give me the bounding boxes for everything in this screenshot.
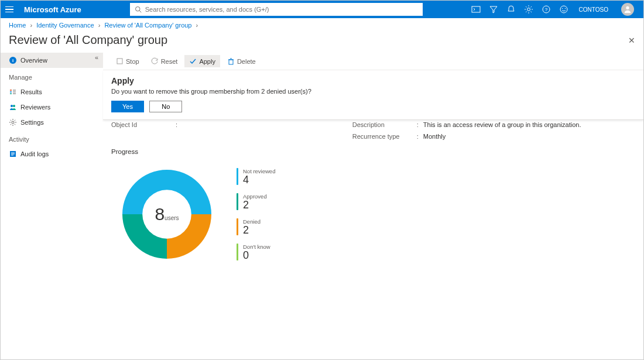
legend-value: 2: [243, 200, 267, 210]
reset-button[interactable]: Reset: [146, 55, 183, 67]
sidebar-item-reviewers[interactable]: Reviewers: [1, 100, 103, 115]
cloud-shell-icon[interactable]: [471, 5, 481, 14]
search-input[interactable]: [145, 6, 418, 13]
chevron-right-icon: ›: [98, 22, 101, 29]
chevron-right-icon: ›: [30, 22, 32, 29]
recurrence-label: Recurrence type: [352, 133, 417, 140]
user-avatar[interactable]: [621, 3, 634, 16]
sidebar-item-overview[interactable]: i Overview: [1, 53, 103, 68]
sidebar-item-results[interactable]: Results: [1, 84, 103, 100]
breadcrumb-identity-governance[interactable]: Identity Governance: [36, 22, 94, 29]
svg-text:?: ?: [544, 7, 547, 12]
donut-total-label: users: [165, 215, 179, 221]
feedback-icon[interactable]: [559, 5, 568, 14]
legend-item-dont-know: Don't know0: [237, 244, 275, 260]
legend-color-swatch: [237, 193, 238, 210]
delete-button[interactable]: Delete: [222, 55, 261, 67]
gear-icon: [9, 118, 17, 126]
legend-item-not-reviewed: Not reviewed4: [237, 168, 275, 185]
stop-icon: [116, 57, 124, 65]
sidebar-header-manage: Manage: [1, 68, 103, 84]
description-value: This is an access review of a group in t…: [423, 121, 581, 128]
svg-point-6: [560, 6, 567, 13]
hamburger-menu-icon[interactable]: [5, 4, 17, 15]
svg-rect-26: [229, 60, 233, 64]
object-id-label: Object Id: [111, 121, 176, 128]
stop-label: Stop: [126, 58, 139, 65]
breadcrumb-review[interactable]: Review of 'All Company' group: [104, 22, 191, 29]
svg-point-20: [12, 121, 14, 124]
svg-point-0: [135, 7, 140, 12]
info-icon: i: [9, 56, 17, 64]
svg-rect-25: [117, 59, 122, 64]
confirm-title: Apply: [111, 76, 635, 85]
sidebar-results-label: Results: [20, 88, 42, 95]
audit-logs-icon: [9, 150, 17, 158]
svg-point-19: [13, 105, 15, 107]
confirm-yes-button[interactable]: Yes: [111, 101, 144, 112]
content-pane: Stop Reset Apply Delete Apply Do you wan…: [103, 53, 643, 360]
sidebar: « i Overview Manage Results Reviewers Se…: [1, 53, 103, 360]
legend-color-swatch: [237, 168, 238, 185]
sidebar-item-settings[interactable]: Settings: [1, 115, 103, 130]
apply-button[interactable]: Apply: [184, 55, 220, 67]
delete-icon: [227, 57, 235, 65]
progress-title: Progress: [111, 148, 635, 155]
svg-point-3: [527, 8, 530, 11]
reset-label: Reset: [161, 58, 178, 65]
breadcrumb: Home › Identity Governance › Review of '…: [1, 18, 643, 32]
legend-color-swatch: [237, 244, 238, 260]
search-icon: [135, 6, 142, 13]
close-icon[interactable]: ✕: [628, 36, 635, 45]
sidebar-audit-logs-label: Audit logs: [20, 150, 49, 157]
page-title: Review of 'All Company' group: [9, 33, 628, 47]
description-label: Description: [352, 121, 417, 128]
reset-icon: [151, 57, 159, 65]
recurrence-value: Monthly: [423, 133, 446, 140]
sidebar-overview-label: Overview: [20, 57, 47, 64]
progress-section: Progress 8users: [103, 145, 643, 273]
confirm-message: Do you want to remove this group members…: [111, 88, 635, 95]
breadcrumb-home[interactable]: Home: [9, 22, 26, 29]
details-row: Object Id : Description : This is an acc…: [103, 120, 643, 133]
svg-text:i: i: [12, 58, 13, 63]
apply-label: Apply: [199, 58, 215, 65]
svg-line-1: [139, 11, 141, 12]
reviewers-icon: [9, 103, 17, 111]
legend-value: 4: [243, 174, 275, 185]
legend-item-denied: Denied2: [237, 218, 275, 235]
delete-label: Delete: [237, 58, 256, 65]
notifications-icon[interactable]: [506, 5, 516, 14]
check-icon: [189, 57, 197, 65]
progress-legend: Not reviewed4 Approved2 Denied2 Don't kn…: [237, 168, 275, 260]
toolbar: Stop Reset Apply Delete: [103, 53, 643, 70]
filter-icon[interactable]: [489, 5, 498, 14]
svg-rect-2: [472, 6, 480, 12]
legend-value: 0: [243, 250, 270, 260]
help-icon[interactable]: ?: [542, 5, 551, 14]
donut-total: 8: [155, 204, 165, 224]
topbar: Microsoft Azure ? CONTOSO: [1, 1, 643, 18]
page-title-row: Review of 'All Company' group ✕: [1, 32, 643, 53]
legend-color-swatch: [237, 218, 238, 235]
sidebar-settings-label: Settings: [20, 119, 44, 126]
settings-gear-icon[interactable]: [524, 5, 533, 14]
sidebar-reviewers-label: Reviewers: [20, 104, 50, 111]
sidebar-header-activity: Activity: [1, 130, 103, 146]
details-row-2: Recurrence type : Monthly: [103, 133, 643, 145]
results-icon: [9, 88, 17, 96]
svg-point-8: [564, 8, 565, 9]
org-label: CONTOSO: [579, 6, 608, 13]
stop-button[interactable]: Stop: [111, 55, 144, 67]
sidebar-item-audit-logs[interactable]: Audit logs: [1, 146, 103, 162]
apply-confirm-panel: Apply Do you want to remove this group m…: [103, 70, 643, 120]
progress-donut-chart: 8users: [111, 159, 222, 270]
brand-label: Microsoft Azure: [24, 5, 81, 14]
collapse-sidebar-icon[interactable]: «: [95, 54, 98, 61]
confirm-no-button[interactable]: No: [149, 101, 182, 112]
chevron-right-icon: ›: [196, 22, 198, 29]
legend-item-approved: Approved2: [237, 193, 275, 210]
global-search[interactable]: [130, 3, 423, 16]
svg-point-9: [626, 6, 629, 9]
svg-point-18: [11, 105, 13, 107]
